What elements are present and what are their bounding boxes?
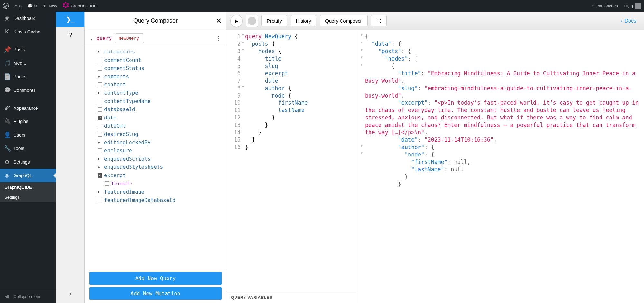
menu-pages[interactable]: 📄Pages (0, 70, 56, 83)
add-new-mutation-button[interactable]: Add New Mutation (89, 287, 222, 300)
play-icon: ▶ (235, 18, 238, 24)
checkbox-checked-icon: ✓ (98, 116, 102, 120)
fullscreen-icon: ⛶ (376, 18, 381, 24)
query-name-input[interactable] (115, 33, 144, 43)
checkbox-icon (98, 82, 102, 87)
fullscreen-button[interactable]: ⛶ (371, 15, 387, 26)
rail-help[interactable]: ? (56, 27, 84, 43)
close-composer-button[interactable]: ✕ (216, 17, 222, 25)
field-databaseId[interactable]: databaseId (98, 105, 222, 114)
prettify-button[interactable]: Prettify (261, 15, 287, 26)
clear-caches[interactable]: Clear Caches (592, 4, 618, 8)
avatar-icon (248, 17, 256, 25)
query-composer-panel: Query Composer ✕ ⌄ query ⋮ ▶categories c… (85, 12, 226, 303)
field-commentCount[interactable]: commentCount (98, 56, 222, 64)
comments-icon: 💬 (4, 87, 10, 94)
auth-button[interactable] (246, 15, 258, 27)
expand-icon: ▶ (98, 156, 102, 162)
svg-point-3 (65, 2, 66, 3)
menu-settings[interactable]: ⚙Settings (0, 155, 56, 169)
collapse-query-icon[interactable]: ⌄ (89, 36, 93, 41)
graphql-logo-icon (63, 2, 69, 10)
checkbox-icon (98, 148, 102, 153)
checkbox-icon (98, 107, 102, 112)
rail-explorer[interactable]: ❯_ (56, 12, 84, 27)
menu-dashboard[interactable]: ◉Dashboard (0, 12, 56, 25)
field-dateGmt[interactable]: dateGmt (98, 122, 222, 130)
field-desiredSlug[interactable]: desiredSlug (98, 130, 222, 138)
checkbox-icon (98, 124, 102, 128)
menu-plugins[interactable]: 🔌Plugins (0, 115, 56, 128)
field-content[interactable]: content (98, 80, 222, 89)
rail-expand[interactable]: › (56, 288, 84, 303)
plugin-icon: 🔌 (4, 118, 10, 125)
field-featuredImage[interactable]: ▶featuredImage (98, 188, 222, 196)
field-date[interactable]: ✓date (98, 114, 222, 122)
graphql-icon: ◈ (4, 172, 10, 179)
user-account[interactable]: Hi, g (624, 3, 641, 9)
execute-query-button[interactable]: ▶ (230, 15, 243, 27)
query-options-icon[interactable]: ⋮ (216, 35, 222, 42)
new-content[interactable]: ＋ New (43, 3, 57, 9)
submenu-settings[interactable]: Settings (0, 192, 56, 202)
svg-point-5 (68, 6, 69, 7)
home-icon: ⌂ (15, 4, 17, 8)
wp-admin-bar: ⌂ g 💬 0 ＋ New GraphiQL IDE Clear Caches … (0, 0, 644, 12)
menu-posts[interactable]: 📌Posts (0, 43, 56, 56)
field-excerpt[interactable]: ✓excerpt (98, 171, 222, 180)
dashboard-icon: ◉ (4, 15, 10, 22)
expand-icon: ▶ (98, 164, 102, 170)
field-contentType[interactable]: ▶contentType (98, 89, 222, 97)
query-variables-toggle[interactable]: QUERY VARIABLES (226, 292, 358, 303)
field-comments[interactable]: ▶comments (98, 72, 222, 81)
svg-point-7 (63, 6, 64, 7)
help-icon: ? (68, 31, 72, 39)
wordpress-logo-icon[interactable] (3, 3, 9, 9)
composer-field-tree: ▶categories commentCount commentStatus ▶… (85, 46, 226, 269)
field-enclosure[interactable]: enclosure (98, 147, 222, 155)
docs-button[interactable]: ‹Docs (617, 18, 640, 24)
expand-icon: ▶ (98, 90, 102, 96)
add-new-query-button[interactable]: Add New Query (89, 272, 222, 285)
field-enqueuedScripts[interactable]: ▶enqueuedScripts (98, 155, 222, 163)
query-editor[interactable]: 1▼2▼3▼45678▼910111213141516 query NewQue… (226, 30, 358, 303)
field-categories[interactable]: ▶categories (98, 48, 222, 56)
checkbox-icon (98, 99, 102, 103)
sliders-icon: ⚙ (4, 158, 10, 166)
menu-users[interactable]: 👤Users (0, 128, 56, 142)
expand-icon: ▶ (98, 49, 102, 55)
pages-icon: 📄 (4, 73, 10, 80)
users-icon: 👤 (4, 131, 10, 138)
checkbox-icon (105, 181, 109, 186)
menu-media[interactable]: 🎵Media (0, 56, 56, 70)
field-featuredImageDatabaseId[interactable]: featuredImageDatabaseId (98, 196, 222, 204)
query-keyword: query (96, 35, 112, 41)
menu-tools[interactable]: 🔧Tools (0, 142, 56, 155)
checkbox-icon (98, 58, 102, 62)
history-button[interactable]: History (291, 15, 317, 26)
field-editingLockedBy[interactable]: ▶editingLockedBy (98, 138, 222, 147)
avatar-icon (635, 3, 641, 9)
checkbox-checked-icon: ✓ (98, 173, 102, 178)
field-contentTypeName[interactable]: contentTypeName (98, 97, 222, 106)
comments-count[interactable]: 💬 0 (27, 4, 37, 8)
menu-kinsta-cache[interactable]: KKinsta Cache (0, 25, 56, 38)
field-commentStatus[interactable]: commentStatus (98, 64, 222, 72)
query-composer-button[interactable]: Query Composer (320, 15, 367, 26)
graphiql-ide-link[interactable]: GraphiQL IDE (63, 2, 97, 10)
ide-toolbar: ▶ Prettify History Query Composer ⛶ ‹Doc… (226, 12, 644, 30)
collapse-menu[interactable]: ◀Collapse menu (0, 289, 56, 303)
checkbox-icon (98, 198, 102, 202)
menu-appearance[interactable]: 🖌Appearance (0, 101, 56, 115)
checkbox-icon (98, 132, 102, 137)
field-excerpt-format[interactable]: format: (98, 180, 222, 188)
field-enqueuedStylesheets[interactable]: ▶enqueuedStylesheets (98, 163, 222, 171)
menu-graphql[interactable]: ◈GraphQL (0, 169, 56, 182)
submenu-graphiql-ide[interactable]: GraphiQL IDE (0, 182, 56, 192)
wp-admin-menu: ◉Dashboard KKinsta Cache 📌Posts 🎵Media 📄… (0, 12, 56, 303)
menu-comments[interactable]: 💬Comments (0, 83, 56, 97)
chevron-left-icon: ‹ (621, 18, 622, 24)
media-icon: 🎵 (4, 60, 10, 67)
kinsta-icon: K (4, 28, 10, 35)
site-name[interactable]: ⌂ g (15, 4, 22, 8)
